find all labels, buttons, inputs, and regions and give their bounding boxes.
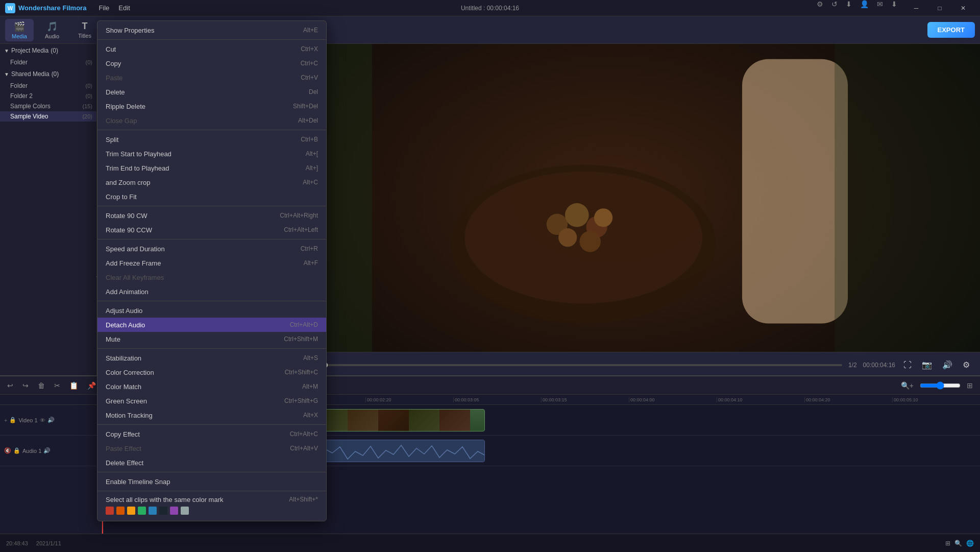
ctx-green-screen[interactable]: Green Screen Ctrl+Shift+G xyxy=(97,394,326,408)
ctx-label: Ripple Delete xyxy=(106,103,145,110)
context-menu: Show Properties Alt+E Cut Ctrl+X Copy Ct… xyxy=(97,20,327,521)
ctx-separator xyxy=(97,39,326,40)
ctx-stabilization[interactable]: Stabilization Alt+S xyxy=(97,351,326,365)
ctx-shortcut: Ctrl+C xyxy=(301,60,318,67)
ctx-add-freeze[interactable]: Add Freeze Frame Alt+F xyxy=(97,256,326,270)
ctx-copy-effect[interactable]: Copy Effect Ctrl+Alt+C xyxy=(97,427,326,441)
ctx-label: Mute xyxy=(106,335,120,343)
ctx-shortcut: Alt+[ xyxy=(306,150,318,157)
ctx-label: Split xyxy=(106,136,118,143)
ctx-label: Rotate 90 CW xyxy=(106,212,148,220)
ctx-shortcut: Ctrl+R xyxy=(301,245,318,252)
ctx-separator xyxy=(97,491,326,491)
ctx-mute[interactable]: Mute Ctrl+Shift+M xyxy=(97,332,326,346)
ctx-shortcut: Ctrl+Shift+C xyxy=(285,369,318,376)
ctx-separator xyxy=(97,239,326,239)
ctx-shortcut: Alt+F xyxy=(304,259,318,267)
ctx-label: Trim Start to Playhead xyxy=(106,150,172,158)
ctx-shortcut: Ctrl+Alt+D xyxy=(290,321,318,328)
ctx-detach-audio[interactable]: Detach Audio Ctrl+Alt+D xyxy=(97,318,326,332)
ctx-adjust-audio[interactable]: Adjust Audio xyxy=(97,303,326,318)
ctx-label: Enable Timeline Snap xyxy=(106,478,170,486)
ctx-label: Paste Effect xyxy=(106,445,141,452)
ctx-trim-end[interactable]: Trim End to Playhead Alt+] xyxy=(97,161,326,175)
ctx-shortcut: Ctrl+Alt+V xyxy=(290,445,318,452)
ctx-motion-tracking[interactable]: Motion Tracking Alt+X xyxy=(97,408,326,422)
swatch-dark[interactable] xyxy=(159,507,167,515)
ctx-label: Show Properties xyxy=(106,27,154,34)
ctx-show-properties[interactable]: Show Properties Alt+E xyxy=(97,23,326,37)
ctx-label: Motion Tracking xyxy=(106,412,153,419)
ctx-ripple-delete[interactable]: Ripple Delete Shift+Del xyxy=(97,99,326,113)
ctx-delete-effect[interactable]: Delete Effect xyxy=(97,455,326,470)
ctx-shortcut: Alt+X xyxy=(303,412,318,419)
ctx-shortcut: Alt+] xyxy=(306,164,318,172)
ctx-label: Rotate 90 CCW xyxy=(106,226,152,234)
swatch-purple[interactable] xyxy=(170,507,178,515)
ctx-shortcut: Ctrl+Shift+M xyxy=(284,335,318,343)
ctx-label: Green Screen xyxy=(106,397,147,405)
ctx-shortcut: Ctrl+Shift+G xyxy=(284,397,318,404)
ctx-shortcut: Ctrl+B xyxy=(301,136,318,143)
ctx-label: Close Gap xyxy=(106,117,137,125)
ctx-shortcut: Ctrl+X xyxy=(301,45,318,53)
ctx-label: Trim End to Playhead xyxy=(106,164,169,172)
ctx-label: Select all clips with the same color mar… xyxy=(106,496,223,503)
ctx-delete[interactable]: Delete Del xyxy=(97,85,326,99)
ctx-label: Crop to Fit xyxy=(106,193,137,201)
ctx-label: Stabilization xyxy=(106,354,141,362)
ctx-speed-duration[interactable]: Speed and Duration Ctrl+R xyxy=(97,242,326,256)
ctx-label: Detach Audio xyxy=(106,321,145,329)
ctx-label: Delete Effect xyxy=(106,459,143,467)
ctx-label: and Zoom crop xyxy=(106,179,150,186)
ctx-add-animation[interactable]: Add Animation xyxy=(97,284,326,299)
ctx-rotate-ccw[interactable]: Rotate 90 CCW Ctrl+Alt+Left xyxy=(97,223,326,237)
ctx-label: Add Freeze Frame xyxy=(106,259,161,267)
ctx-label: Copy xyxy=(106,60,121,67)
swatch-yellow[interactable] xyxy=(127,507,135,515)
ctx-label: Color Match xyxy=(106,383,141,391)
ctx-separator xyxy=(97,130,326,130)
ctx-label: Speed and Duration xyxy=(106,245,165,253)
swatch-orange[interactable] xyxy=(116,507,125,515)
ctx-label: Paste xyxy=(106,74,122,82)
ctx-select-color-clips[interactable]: Select all clips with the same color mar… xyxy=(97,493,326,519)
ctx-rotate-cw[interactable]: Rotate 90 CW Ctrl+Alt+Right xyxy=(97,208,326,223)
ctx-color-match[interactable]: Color Match Alt+M xyxy=(97,379,326,394)
ctx-shortcut: Alt+Shift+* xyxy=(289,496,318,503)
ctx-separator xyxy=(97,206,326,206)
ctx-shortcut: Ctrl+V xyxy=(301,74,318,81)
ctx-paste-effect: Paste Effect Ctrl+Alt+V xyxy=(97,441,326,455)
ctx-split[interactable]: Split Ctrl+B xyxy=(97,132,326,147)
ctx-label: Clear All Keyframes xyxy=(106,274,164,281)
ctx-crop-fit[interactable]: Crop to Fit xyxy=(97,189,326,204)
ctx-separator xyxy=(97,348,326,349)
ctx-label: Cut xyxy=(106,45,116,53)
swatch-red[interactable] xyxy=(106,507,114,515)
ctx-shortcut: Alt+Del xyxy=(298,117,318,124)
ctx-separator xyxy=(97,424,326,425)
ctx-copy[interactable]: Copy Ctrl+C xyxy=(97,56,326,70)
ctx-label: Add Animation xyxy=(106,288,149,296)
ctx-shortcut: Alt+M xyxy=(302,383,318,390)
ctx-separator xyxy=(97,472,326,472)
swatch-gray[interactable] xyxy=(181,507,189,515)
swatch-blue[interactable] xyxy=(149,507,157,515)
ctx-cut[interactable]: Cut Ctrl+X xyxy=(97,42,326,56)
ctx-color-correction[interactable]: Color Correction Ctrl+Shift+C xyxy=(97,365,326,379)
ctx-shortcut: Ctrl+Alt+C xyxy=(290,430,318,438)
ctx-clear-keyframes: Clear All Keyframes xyxy=(97,270,326,284)
ctx-close-gap: Close Gap Alt+Del xyxy=(97,113,326,128)
ctx-shortcut: Ctrl+Alt+Left xyxy=(284,226,318,233)
ctx-shortcut: Alt+E xyxy=(303,27,318,34)
ctx-separator xyxy=(97,301,326,301)
color-swatches xyxy=(106,507,189,515)
ctx-shortcut: Del xyxy=(309,88,318,95)
ctx-paste: Paste Ctrl+V xyxy=(97,70,326,85)
ctx-trim-start[interactable]: Trim Start to Playhead Alt+[ xyxy=(97,147,326,161)
swatch-green[interactable] xyxy=(138,507,146,515)
context-overlay: Show Properties Alt+E Cut Ctrl+X Copy Ct… xyxy=(0,0,980,552)
ctx-timeline-snap[interactable]: Enable Timeline Snap xyxy=(97,474,326,489)
ctx-shortcut: Alt+C xyxy=(303,179,318,186)
ctx-crop-zoom[interactable]: and Zoom crop Alt+C xyxy=(97,175,326,189)
